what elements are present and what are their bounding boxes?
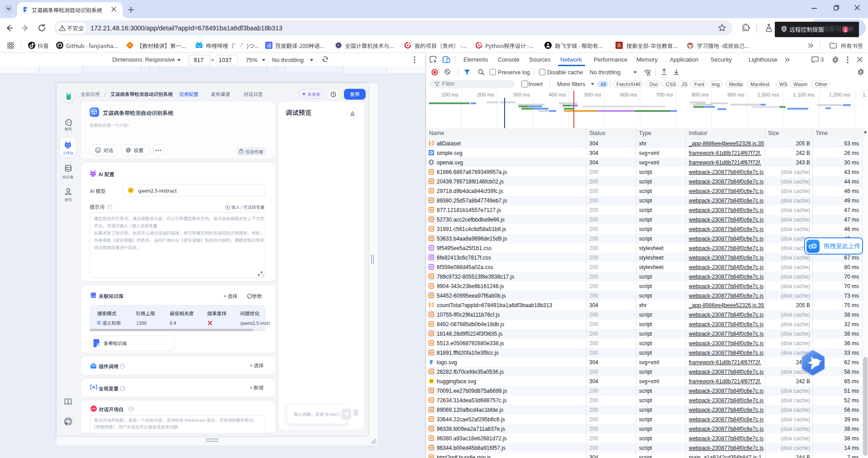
svg-text:?: ?	[130, 407, 132, 411]
svg-text:?: ?	[121, 364, 123, 368]
svg-text:?: ?	[109, 205, 111, 209]
svg-text:?: ?	[121, 386, 123, 391]
